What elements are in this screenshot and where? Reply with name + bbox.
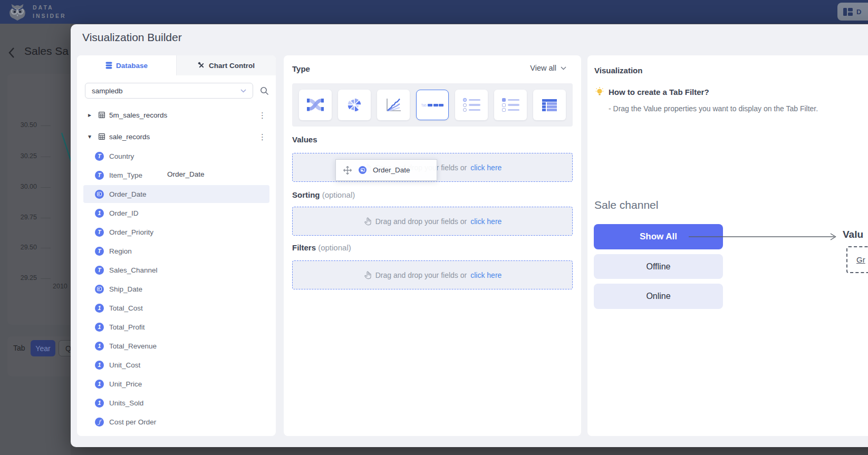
search-icon[interactable] <box>260 86 269 95</box>
field-row-total-revenue[interactable]: 1 Total_Revenue <box>77 336 276 355</box>
dropzone-text: Drag and drop your fields or <box>375 271 467 279</box>
brand: DATA INSIDER <box>7 2 66 22</box>
chart-type-multi-choice[interactable] <box>494 90 527 120</box>
field-row-country[interactable]: T Country <box>77 147 276 166</box>
field-type-date-icon <box>359 166 367 174</box>
table-icon <box>99 112 105 118</box>
topbar: DATA INSIDER D <box>0 0 868 24</box>
field-row-order-id[interactable]: 1 Order_ID <box>77 204 276 222</box>
field-row-ship-date[interactable]: Ship_Date <box>77 279 276 298</box>
quarter-button[interactable]: Qu <box>59 340 71 356</box>
preview-button-online[interactable]: Online <box>594 284 723 309</box>
field-label: Order_Date <box>109 190 147 198</box>
field-label: Ship_Date <box>109 285 142 293</box>
table-menu-icon[interactable]: ⋮ <box>258 111 266 119</box>
view-all-control[interactable]: View all <box>530 64 566 72</box>
field-type-date-icon <box>95 190 104 199</box>
database-search-row: sampledb <box>85 83 269 99</box>
field-row-total-profit[interactable]: 1 Total_Profit <box>77 317 276 336</box>
values-section-label: Values <box>292 135 317 144</box>
filters-dropzone[interactable]: Drag and drop your fields or click here <box>292 260 573 289</box>
preview-title: Sale channel <box>594 199 658 211</box>
field-type-date-icon <box>95 285 104 294</box>
view-all-label: View all <box>530 64 556 72</box>
field-row-sales-channel[interactable]: T Sales_Channel <box>77 260 276 279</box>
filters-section-label: Filters (optional) <box>292 243 351 252</box>
y-gridline <box>41 157 51 157</box>
field-type-function-icon: ƒ <box>95 418 104 427</box>
tab-filter-icon: Tab <box>421 103 444 107</box>
field-row-order-date[interactable]: Order_Date <box>77 185 276 204</box>
field-row-unit-cost[interactable]: 1 Unit_Cost <box>77 355 276 374</box>
dragged-field-chip[interactable]: Order_Date <box>335 159 437 181</box>
page-title: Sales Sa <box>24 45 69 57</box>
y-gridline <box>41 187 51 188</box>
table-chart-icon <box>542 99 557 112</box>
brand-line-1: DATA <box>33 3 66 12</box>
field-row-item-type[interactable]: T Item_Type <box>77 166 276 185</box>
dashboard-button-label: D <box>856 8 861 16</box>
chart-type-tab-filter[interactable]: Tab <box>416 90 449 120</box>
field-type-text-icon: T <box>95 266 104 275</box>
database-panel: Database Chart Control <box>77 55 276 436</box>
brand-text: DATA INSIDER <box>33 3 66 21</box>
group-annotation-label[interactable]: Gr <box>856 255 865 264</box>
field-row-units-sold[interactable]: 1 Units_Sold <box>77 393 276 412</box>
lightbulb-icon <box>595 87 604 96</box>
field-label: Region <box>109 247 132 255</box>
field-type-number-icon: 1 <box>95 342 104 351</box>
database-select-value: sampledb <box>92 87 123 95</box>
preview-button-offline[interactable]: Offline <box>594 254 723 279</box>
dashboard-grid-icon <box>843 8 853 16</box>
database-select[interactable]: sampledb <box>85 83 253 99</box>
tip-body: - Drag the Value properties you want to … <box>609 104 818 113</box>
field-row-region[interactable]: T Region <box>77 241 276 260</box>
field-row-cost-per-order[interactable]: ƒ Cost per Order <box>77 412 276 431</box>
field-type-number-icon: 1 <box>95 361 104 370</box>
back-chevron-icon[interactable] <box>8 47 15 59</box>
dropzone-click-here-link[interactable]: click here <box>470 163 501 172</box>
dropzone-click-here-link[interactable]: click here <box>470 271 501 279</box>
field-row-unit-price[interactable]: 1 Unit_Price <box>77 374 276 393</box>
sankey-chart-icon <box>306 97 324 113</box>
field-row-order-priority[interactable]: T Order_Priority <box>77 222 276 241</box>
dashboard-button[interactable]: D <box>837 3 868 21</box>
tab-mode-label: Tab <box>13 344 25 352</box>
checkbox-list-icon <box>502 97 519 113</box>
field-label: Units_Sold <box>109 399 143 407</box>
field-label: Total_Profit <box>109 323 145 331</box>
field-row-total-cost[interactable]: 1 Total_Cost <box>77 298 276 317</box>
y-tick-label: 29.75 <box>7 214 37 221</box>
panel-tabs: Database Chart Control <box>77 55 276 75</box>
builder-panel: Type View all <box>284 55 581 436</box>
dropzone-click-here-link[interactable]: click here <box>470 217 501 226</box>
table-menu-icon[interactable]: ⋮ <box>258 133 266 141</box>
brand-line-2: INSIDER <box>33 12 66 20</box>
field-label: Total_Revenue <box>109 342 157 350</box>
table-icon <box>99 133 105 140</box>
field-list: T Country T Item_Type Order_Date 1 Order… <box>77 147 276 431</box>
field-label: Cost per Order <box>109 418 156 426</box>
chart-type-pie[interactable] <box>338 90 371 120</box>
tab-database[interactable]: Database <box>77 55 176 75</box>
chart-type-table[interactable] <box>533 90 566 120</box>
annotation-arrow <box>688 231 842 243</box>
chart-type-sankey[interactable] <box>299 90 332 120</box>
field-type-number-icon: 1 <box>95 399 104 408</box>
sorting-dropzone[interactable]: Drag and drop your fields or click here <box>292 207 573 236</box>
caret-down-icon[interactable]: ▾ <box>88 133 94 140</box>
year-button[interactable]: Year <box>31 340 55 356</box>
caret-right-icon[interactable]: ▸ <box>88 111 94 119</box>
y-gridline <box>41 218 51 218</box>
table-row-sale-records[interactable]: ▾ sale_records ⋮ <box>77 127 276 146</box>
value-annotation-label: Valu <box>843 229 863 240</box>
y-tick-label: 29.25 <box>7 274 37 282</box>
chart-type-single-choice[interactable] <box>455 90 488 120</box>
chart-line <box>59 131 71 173</box>
tab-chart-control[interactable]: Chart Control <box>176 55 276 75</box>
table-row-5m-sales-records[interactable]: ▸ 5m_sales_records ⋮ <box>77 105 276 124</box>
field-type-number-icon: 1 <box>95 380 104 389</box>
field-type-number-icon: 1 <box>95 323 104 332</box>
chart-type-line[interactable] <box>377 90 410 120</box>
tip-row: How to create a Tab Filter? <box>595 87 709 96</box>
